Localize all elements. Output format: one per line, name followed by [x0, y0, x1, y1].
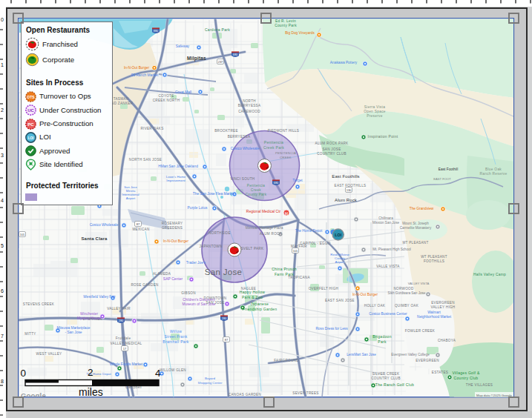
svg-text:WEST VALLEY: WEST VALLEY	[36, 352, 62, 356]
svg-text:SAN JOSE: SAN JOSE	[322, 147, 341, 151]
svg-text:2: 2	[88, 367, 93, 378]
svg-text:Costco Business Center: Costco Business Center	[369, 312, 407, 316]
svg-text:NORTH SAN JOSE: NORTH SAN JOSE	[129, 158, 162, 162]
svg-text:Inspiration Point: Inspiration Point	[368, 134, 398, 139]
svg-text:EAST SAN JOSE: EAST SAN JOSE	[325, 299, 355, 302]
svg-text:5: 5	[1, 243, 4, 248]
svg-text:Mission San Jose: Mission San Jose	[372, 221, 399, 225]
svg-text:SEVEN TREES: SEVEN TREES	[292, 391, 318, 395]
svg-text:WT PLEASANT: WT PLEASANT	[421, 255, 447, 259]
svg-text:880: 880	[154, 30, 158, 33]
svg-text:FOOTHILLS: FOOTHILLS	[424, 259, 444, 263]
svg-text:CAPITOL - EGGO: CAPITOL - EGGO	[300, 242, 331, 245]
svg-text:In-N-Out Burger: In-N-Out Burger	[124, 66, 150, 70]
svg-text:Map data ©2025 Google: Map data ©2025 Google	[476, 394, 512, 397]
svg-text:HMart San Jose Oakland: HMart San Jose Oakland	[158, 165, 198, 168]
svg-text:Fruitdale: Fruitdale	[116, 336, 131, 340]
svg-text:EVERGREEN: EVERGREEN	[431, 301, 455, 305]
svg-text:101: 101	[293, 249, 298, 253]
svg-text:CANOAS GARDEN: CANOAS GARDEN	[229, 393, 261, 397]
svg-text:280: 280	[222, 317, 226, 320]
svg-text:In-N-Out Burger: In-N-Out Burger	[352, 293, 378, 296]
svg-text:Brigadoon: Brigadoon	[372, 334, 392, 339]
svg-text:VALLEY VISTA: VALLEY VISTA	[408, 282, 430, 285]
svg-text:Whole Foods Market: Whole Foods Market	[110, 362, 143, 366]
svg-text:In-N-Out Burger: In-N-Out Burger	[163, 239, 189, 243]
svg-text:Park: Park	[378, 339, 387, 344]
svg-text:The Home Depot: The Home Depot	[295, 229, 323, 233]
svg-text:Mitsuwa Marketplace: Mitsuwa Marketplace	[56, 326, 90, 330]
svg-text:BROOKTREE: BROOKTREE	[214, 129, 238, 133]
svg-text:8: 8	[1, 379, 4, 384]
svg-text:Willow: Willow	[170, 329, 182, 334]
svg-text:WILLOW GLEN: WILLOW GLEN	[160, 368, 186, 372]
svg-text:Westfield Valley Fair: Westfield Valley Fair	[83, 295, 116, 299]
svg-text:101: 101	[20, 233, 25, 236]
svg-text:CREEK: CREEK	[280, 156, 292, 159]
svg-text:0: 0	[1, 17, 4, 22]
svg-text:Airport: Airport	[335, 260, 346, 264]
svg-text:TASMAN: TASMAN	[114, 97, 129, 101]
svg-text:ROSEMARY: ROSEMARY	[162, 222, 183, 225]
svg-text:Halls Valley Camp: Halls Valley Camp	[473, 273, 506, 276]
svg-text:Sierra Vista: Sierra Vista	[364, 105, 385, 109]
svg-text:VALLE VISTA: VALLE VISTA	[376, 265, 400, 268]
svg-text:VALLEY HIGH: VALLEY HIGH	[430, 305, 455, 309]
svg-text:Preserve: Preserve	[367, 114, 383, 118]
svg-text:EVERGREEN: EVERGREEN	[416, 359, 439, 362]
svg-text:MT PLEASANT: MT PLEASANT	[402, 241, 428, 245]
svg-text:2: 2	[1, 107, 4, 113]
svg-text:STEVENS CREEK: STEVENS CREEK	[23, 302, 55, 306]
svg-text:Blue Oak: Blue Oak	[485, 167, 502, 171]
svg-text:China Prusch: China Prusch	[272, 267, 297, 271]
svg-text:Winchester: Winchester	[80, 312, 98, 316]
svg-text:COUNTRY CLUB: COUNTRY CLUB	[371, 376, 401, 380]
svg-text:CREEK NORTH: CREEK NORTH	[153, 99, 180, 102]
svg-text:Costco Wholesale: Costco Wholesale	[90, 223, 119, 227]
svg-text:- San Jose: - San Jose	[65, 331, 82, 334]
svg-text:GIBSON: GIBSON	[181, 291, 196, 295]
svg-text:Neighborhood Market: Neighborhood Market	[417, 315, 452, 319]
svg-text:UC: UC	[27, 108, 34, 113]
svg-text:130: 130	[347, 188, 352, 192]
svg-text:VALLEY FAIR: VALLEY FAIR	[107, 307, 131, 311]
svg-text:GREEDENS: GREEDENS	[162, 226, 183, 230]
svg-text:6: 6	[1, 288, 4, 293]
svg-text:Bayard: Bayard	[205, 376, 215, 380]
svg-text:Open Space: Open Space	[364, 110, 386, 113]
svg-text:4: 4	[1, 198, 4, 203]
svg-text:County Park: County Park	[275, 24, 297, 27]
svg-text:COYOTE: COYOTE	[158, 94, 174, 98]
svg-text:VINCI SOUTH: VINCI SOUTH	[231, 177, 255, 181]
svg-text:ESTATES: ESTATES	[432, 371, 448, 374]
svg-text:Penitencia: Penitencia	[264, 140, 283, 145]
svg-text:East Foothill: East Foothill	[439, 167, 458, 171]
svg-text:7: 7	[1, 334, 4, 339]
svg-text:Happy Hollow: Happy Hollow	[240, 290, 266, 294]
svg-text:237: 237	[218, 60, 223, 64]
svg-text:87: 87	[225, 338, 229, 342]
svg-text:Museum of San Jose: Museum of San Jose	[182, 302, 215, 306]
svg-text:Carmelite Monastery: Carmelite Monastery	[400, 226, 432, 230]
svg-text:Children's Discovery: Children's Discovery	[183, 298, 215, 302]
svg-text:Mystery House: Mystery House	[77, 316, 101, 320]
svg-text:FAIRGROUND: FAIRGROUND	[274, 359, 299, 362]
svg-text:OVERFELT HIGH: OVERFELT HIGH	[309, 287, 339, 291]
svg-text:Villages Golf &: Villages Golf &	[452, 371, 480, 375]
svg-text:Friendship Garden: Friendship Garden	[243, 307, 278, 311]
svg-text:Ross Dress for Less: Ross Dress for Less	[315, 327, 348, 331]
svg-text:99 Ranch Market: 99 Ranch Market	[131, 73, 159, 77]
svg-text:Ed R. Levin: Ed R. Levin	[275, 19, 296, 23]
svg-text:Regional Medical Ctr: Regional Medical Ctr	[246, 209, 281, 213]
svg-text:PIEDMONT HILLS: PIEDMONT HILLS	[268, 129, 299, 133]
svg-text:CAPEWOOD: CAPEWOOD	[238, 110, 260, 113]
svg-text:LOI: LOI	[28, 136, 34, 139]
svg-text:CHABOYA: CHABOYA	[438, 339, 456, 342]
svg-text:PENITENCIA: PENITENCIA	[275, 151, 296, 155]
svg-text:Anakawa Pottery: Anakawa Pottery	[330, 61, 358, 64]
svg-text:Bramhall Park: Bramhall Park	[162, 339, 188, 344]
svg-text:0: 0	[21, 368, 27, 379]
svg-text:BERRYESSA: BERRYESSA	[238, 104, 261, 107]
svg-text:The Grandview: The Grandview	[410, 207, 434, 210]
svg-text:LOI: LOI	[335, 233, 341, 237]
